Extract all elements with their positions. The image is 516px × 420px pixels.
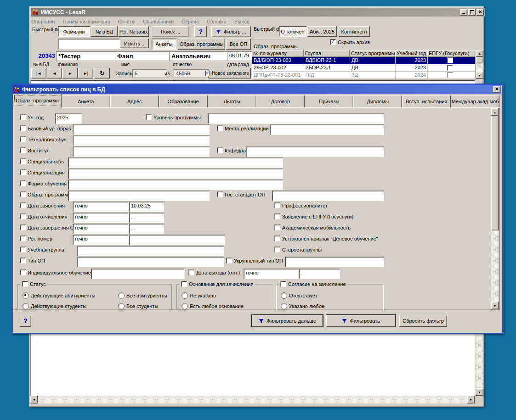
- scroll-up-icon[interactable]: ▲: [476, 50, 483, 57]
- target-education-checkbox[interactable]: [274, 235, 280, 241]
- education-technology-checkbox[interactable]: [20, 136, 26, 142]
- nav-last-icon[interactable]: ►|: [78, 68, 93, 78]
- view-programs-button[interactable]: Образ. программы: [178, 39, 225, 50]
- leave-exit-date-field[interactable]: . .: [299, 269, 340, 279]
- menu-directories[interactable]: Справочники: [143, 19, 174, 24]
- view-profiles-button[interactable]: Анкеты: [152, 39, 176, 50]
- enlarged-op-type-field[interactable]: [285, 257, 384, 267]
- tab-address[interactable]: Адрес: [110, 95, 159, 107]
- menu-operations[interactable]: Операции: [31, 19, 55, 24]
- application-date-checkbox[interactable]: [20, 202, 26, 208]
- maximize-icon[interactable]: [468, 9, 476, 16]
- dialog-help-button[interactable]: ?: [20, 315, 31, 327]
- basis-not-specified-radio[interactable]: [181, 292, 188, 299]
- status-group-checkbox[interactable]: [22, 281, 28, 287]
- search-by-reg-button[interactable]: Рег. № заяв.: [119, 26, 149, 37]
- scroll-right-icon[interactable]: ►: [467, 396, 475, 403]
- patronymic-field[interactable]: Анатольевич: [169, 51, 231, 61]
- scroll-up-icon[interactable]: ▲: [491, 108, 499, 116]
- base-education-field[interactable]: [73, 124, 210, 135]
- scrollbar-thumb[interactable]: [476, 57, 483, 63]
- column-header[interactable]: ЕПГУ (Госуслуги): [427, 50, 475, 57]
- reg-number-mode-combo[interactable]: точно: [73, 235, 129, 245]
- program-level-checkbox[interactable]: [146, 114, 152, 120]
- table-row[interactable]: ДППд-ФТ-Т3-22-001: [252, 72, 304, 79]
- study-group-checkbox[interactable]: [20, 246, 26, 252]
- department-checkbox[interactable]: [217, 147, 223, 153]
- tab-education[interactable]: Образование: [159, 95, 208, 107]
- quick-filter-contingent-button[interactable]: Контингент: [339, 26, 370, 37]
- basis-any-radio[interactable]: [181, 303, 188, 309]
- op-type-field[interactable]: [77, 257, 224, 267]
- program-level-field[interactable]: [208, 113, 384, 124]
- institute-checkbox[interactable]: [20, 147, 26, 153]
- leave-exit-date-checkbox[interactable]: [188, 269, 194, 275]
- study-group-field[interactable]: [77, 246, 224, 256]
- menu-service[interactable]: Сервис: [181, 19, 199, 24]
- reg-number-field[interactable]: [129, 235, 225, 245]
- completion-date-field[interactable]: . .: [129, 224, 164, 234]
- search-dialog-button[interactable]: Поиск ...: [152, 26, 189, 37]
- menu-reports[interactable]: Отчеты: [118, 19, 135, 24]
- tab-benefits[interactable]: Льготы: [208, 95, 256, 107]
- scroll-left-icon[interactable]: ◄: [30, 396, 38, 403]
- menu-admission[interactable]: Приемная комиссия: [62, 19, 110, 24]
- tab-entrance-exams[interactable]: Вступ. испытания: [402, 95, 451, 107]
- menu-exit[interactable]: Выход: [234, 19, 249, 24]
- scrollbar-thumb[interactable]: [491, 116, 499, 230]
- close-icon[interactable]: [476, 9, 484, 16]
- birthdate-field[interactable]: 06.01.79: [227, 51, 255, 61]
- table-row[interactable]: ВД/БЮП-23-003: [252, 57, 304, 64]
- year-spinner[interactable]: 2025: [55, 113, 82, 124]
- year-checkbox[interactable]: [20, 114, 26, 120]
- department-field[interactable]: [246, 146, 384, 157]
- state-standard-field[interactable]: [272, 190, 384, 201]
- surname-field[interactable]: *Тестер: [56, 51, 119, 61]
- table-scrollbar[interactable]: ▲ ▼: [476, 50, 483, 79]
- leave-exit-date-mode-combo[interactable]: точно: [244, 269, 299, 279]
- tab-edu-program[interactable]: Образ. программа: [13, 94, 62, 107]
- main-titlebar[interactable]: ИИСУСС - LexaR: [31, 8, 485, 17]
- op-type-checkbox[interactable]: [20, 258, 26, 263]
- epgu-checkbox[interactable]: [447, 57, 453, 63]
- new-application-button[interactable]: Новое заявление ...: [209, 68, 251, 78]
- consent-any-radio[interactable]: [281, 303, 287, 309]
- scroll-down-icon[interactable]: ▼: [476, 388, 483, 396]
- filter-dialog-button[interactable]: Фильтр ...: [211, 26, 251, 37]
- reset-filter-button[interactable]: Сбросить фильтр: [399, 315, 447, 327]
- specialty-field[interactable]: [68, 157, 283, 168]
- completion-date-checkbox[interactable]: [20, 224, 26, 230]
- menu-help[interactable]: Справка: [207, 19, 227, 24]
- study-form-field[interactable]: [68, 179, 283, 190]
- tab-contract[interactable]: Договор: [256, 95, 305, 107]
- nav-prev-icon[interactable]: ◄: [47, 68, 62, 78]
- epgu-checkbox[interactable]: [447, 72, 453, 78]
- application-date-mode-combo[interactable]: точно: [73, 202, 129, 212]
- status-active-applicants-radio[interactable]: [23, 292, 29, 299]
- epgu-checkbox[interactable]: [447, 65, 453, 71]
- professionalitet-checkbox[interactable]: [274, 202, 280, 208]
- specialty-checkbox[interactable]: [20, 158, 26, 164]
- search-by-surname-button[interactable]: Фамилии: [58, 26, 90, 37]
- realization-place-field[interactable]: [270, 124, 384, 135]
- tab-intl-mobility[interactable]: Междунар.акад.моб: [451, 95, 499, 107]
- status-all-students-radio[interactable]: [118, 303, 125, 309]
- nav-first-icon[interactable]: |◄: [31, 68, 46, 78]
- education-technology-field[interactable]: [73, 135, 210, 146]
- tab-orders[interactable]: Приказы: [305, 95, 353, 107]
- column-header[interactable]: Учебный год: [395, 50, 427, 57]
- realization-place-checkbox[interactable]: [217, 125, 223, 131]
- completion-date-mode-combo[interactable]: точно: [73, 224, 129, 234]
- refresh-icon[interactable]: ↻: [95, 68, 110, 78]
- hide-archive-checkbox[interactable]: [330, 39, 336, 45]
- column-header[interactable]: Группа: [304, 50, 350, 57]
- form-scrollbar[interactable]: ▲ ▼: [491, 108, 499, 309]
- expulsion-date-mode-combo[interactable]: точно: [73, 213, 129, 223]
- tab-profile[interactable]: Анкета: [62, 95, 110, 107]
- epgu-application-checkbox[interactable]: [274, 213, 280, 219]
- consent-absent-radio[interactable]: [281, 292, 287, 299]
- filter-more-button[interactable]: Фильтровать дальше: [252, 315, 323, 327]
- expulsion-date-field[interactable]: . .: [129, 213, 164, 223]
- specialization-checkbox[interactable]: [20, 169, 26, 175]
- enlarged-op-type-checkbox[interactable]: [226, 258, 232, 263]
